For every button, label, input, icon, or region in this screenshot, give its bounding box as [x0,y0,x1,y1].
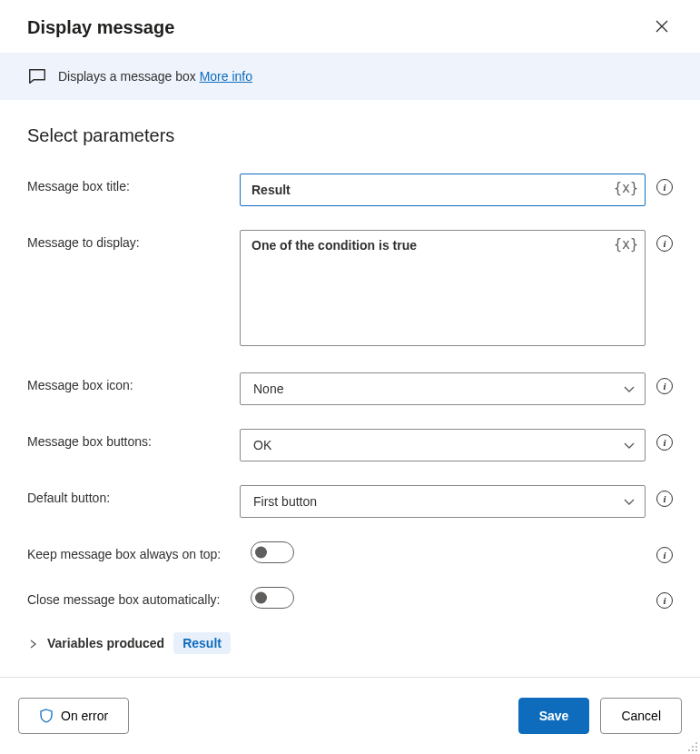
on-error-button[interactable]: On error [18,698,129,734]
label-default-btn: Default button: [27,485,240,505]
cancel-label: Cancel [621,709,661,723]
save-label: Save [539,709,569,723]
resize-grip[interactable] [685,739,698,752]
input-msg-title[interactable] [240,174,646,206]
info-banner-text: Displays a message box More info [58,69,252,84]
info-icon[interactable] [656,491,673,507]
svg-point-3 [688,749,690,751]
label-msg-icon: Message box icon: [27,372,240,392]
info-banner: Displays a message box More info [0,53,700,100]
chevron-down-icon [623,439,636,451]
save-button[interactable]: Save [518,698,590,734]
var-token-button[interactable]: {x} [614,180,638,196]
select-value: First button [253,494,317,509]
more-info-link[interactable]: More info [200,69,252,84]
select-default-btn[interactable]: First button [240,485,646,518]
variables-produced-label: Variables produced [47,636,164,650]
chevron-down-icon [623,382,636,395]
cancel-button[interactable]: Cancel [600,698,682,734]
info-icon[interactable] [656,235,673,252]
dialog-title: Display message [27,17,174,38]
info-icon[interactable] [656,547,673,563]
info-icon[interactable] [656,378,673,394]
svg-point-5 [695,749,697,751]
close-icon [656,20,668,35]
info-icon[interactable] [656,179,673,195]
message-box-icon [27,66,47,86]
info-icon[interactable] [656,592,673,609]
chevron-down-icon [623,495,636,508]
svg-point-2 [695,746,697,748]
label-msg-display: Message to display: [27,230,240,250]
chevron-right-icon [27,638,38,649]
input-msg-display[interactable]: One of the condition is true [240,230,646,346]
shield-icon [39,709,54,723]
svg-point-0 [695,742,697,744]
section-title: Select parameters [27,125,673,146]
banner-text: Displays a message box [58,69,200,84]
toggle-auto-close[interactable] [251,587,294,609]
select-msg-icon[interactable]: None [240,372,646,405]
info-icon[interactable] [656,434,673,451]
label-always-top: Keep message box always on top: [27,541,251,561]
toggle-always-top[interactable] [251,541,294,563]
variable-badge[interactable]: Result [173,632,231,654]
on-error-label: On error [61,709,108,723]
label-msg-buttons: Message box buttons: [27,429,240,449]
label-msg-title: Message box title: [27,174,240,193]
variables-produced-row[interactable]: Variables produced Result [27,632,673,654]
close-button[interactable] [651,16,673,38]
select-msg-buttons[interactable]: OK [240,429,646,461]
label-auto-close: Close message box automatically: [27,587,251,607]
svg-point-4 [692,749,694,751]
select-value: OK [253,438,271,452]
var-token-button[interactable]: {x} [614,236,638,253]
select-value: None [253,382,283,396]
svg-point-1 [692,746,694,748]
